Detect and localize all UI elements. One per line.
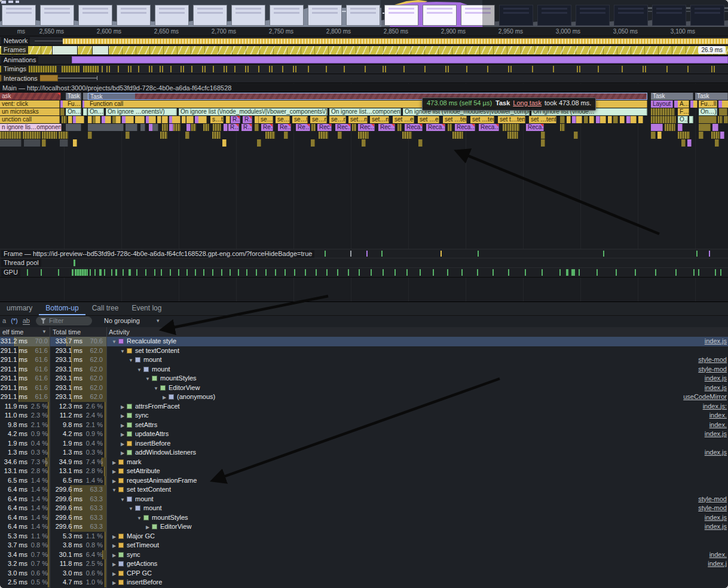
flame-bar[interactable] [88,124,124,131]
flame-bar[interactable]: On ignore …onents\/) [106,108,177,115]
source-link[interactable]: index.js [705,374,727,383]
flame-bar[interactable] [651,124,663,131]
expand-icon[interactable]: ▶ [111,551,118,560]
tooltip-long-task-link[interactable]: Long task [513,99,542,106]
flame-bar[interactable] [726,100,728,108]
flame-bar[interactable] [574,132,578,139]
source-link[interactable]: style-mod [698,355,727,365]
table-row[interactable]: 3.4 ms0.7 %30.1 ms6.4 %▶syncindex. [0,550,728,560]
source-link[interactable]: index.j [708,559,727,569]
expand-icon[interactable]: ▶ [111,467,118,477]
flame-bar[interactable] [507,132,518,139]
activity-name[interactable]: mountStyles [160,374,197,382]
table-row[interactable]: 6.5 ms1.4 %6.5 ms1.4 %▶requestAnimationF… [0,476,728,486]
flame-bar[interactable]: Reca…yle [479,124,499,131]
flame-bar[interactable]: On…) [699,108,717,115]
expand-icon[interactable]: ▶ [119,403,126,412]
table-row[interactable]: 5.3 ms1.1 %5.3 ms1.1 %▶Major GC [0,532,728,541]
activity-name[interactable]: mount [152,365,170,373]
table-row[interactable]: 11.9 ms2.5 %12.3 ms2.6 %▶attrsFromFaceti… [0,402,728,412]
table-row[interactable]: 1.9 ms0.4 %1.9 ms0.4 %▶insertBefore [0,439,728,449]
expand-icon[interactable]: ▶ [161,393,168,403]
collapse-icon[interactable]: ▼ [111,486,118,495]
flame-bar[interactable] [572,116,576,123]
flame-bar[interactable] [139,116,145,123]
source-link[interactable]: style-mod [698,365,727,374]
flame-bar[interactable]: Re..le [278,124,291,131]
filmstrip-thumbnail[interactable] [270,5,304,26]
flame-bar[interactable]: set …ent [393,116,414,123]
flame-bar[interactable] [657,132,662,139]
source-link[interactable]: index.js [705,337,727,346]
flame-bar[interactable]: un microtasks [0,108,60,115]
flame-bar[interactable] [126,132,130,139]
flame-bar[interactable] [678,124,683,131]
flame-bar[interactable] [503,124,507,131]
flame-bar[interactable] [689,116,693,123]
flame-bar[interactable]: Task [651,93,693,100]
flame-bar[interactable] [715,139,719,147]
expand-icon[interactable]: ▶ [111,458,118,468]
flame-bar[interactable]: On ignore list (\/node_modules\/|\/bower… [179,108,328,115]
flame-bar[interactable] [626,116,631,123]
activity-name[interactable]: requestAnimationFrame [127,477,197,484]
flame-bar[interactable] [88,116,92,123]
track-frames[interactable]: Frames 26.9 ms [0,45,728,56]
flame-bar[interactable] [185,132,189,139]
flame-bar[interactable] [265,132,275,139]
flame-bar[interactable] [186,116,194,123]
flame-bar[interactable] [319,132,328,139]
filter-input[interactable]: Filter [36,316,92,325]
expand-icon[interactable]: ▶ [119,440,126,449]
flame-bar[interactable] [255,124,259,131]
flame-bar[interactable]: R…e [228,124,239,131]
track-interactions[interactable]: Interactions [0,74,728,83]
activity-name[interactable]: attrsFromFacet [135,403,180,410]
table-row[interactable]: 34.6 ms7.3 %34.9 ms7.4 %▶mark [0,458,728,467]
source-link[interactable]: index.js [705,513,727,523]
filmstrip-thumbnail[interactable] [346,5,380,26]
flame-bar[interactable] [338,132,342,139]
flame-bar[interactable] [24,139,41,147]
flame-bar[interactable] [418,139,423,147]
flame-bar[interactable]: A… [678,100,689,108]
expand-icon[interactable]: ▶ [119,430,126,440]
source-link[interactable]: index.js [705,429,727,439]
activity-name[interactable]: Recalculate style [127,337,176,345]
flame-bar[interactable] [162,124,168,131]
table-row[interactable]: 291.1 ms61.6 %293.1 ms62.0 %▼mountstyle-… [0,365,728,374]
source-link[interactable]: index. [709,550,727,560]
flame-bar[interactable] [186,124,191,131]
table-row[interactable]: 6.4 ms1.4 %299.6 ms63.3 %▼mountstyle-mod [0,495,728,504]
table-row[interactable]: 1.3 ms0.3 %1.3 ms0.3 %▶addWindowListener… [0,448,728,458]
table-row[interactable]: 3.2 ms0.7 %11.8 ms2.5 %▶getActionsindex.… [0,559,728,569]
flame-bar[interactable] [352,124,356,131]
flame-bar[interactable]: Task [66,93,81,100]
activity-name[interactable]: mount [143,356,162,363]
activity-name[interactable]: mark [127,458,141,465]
filmstrip-thumbnail[interactable] [193,5,227,26]
flame-bar[interactable] [66,124,81,131]
flame-bar[interactable] [541,139,545,147]
column-divider[interactable] [106,327,107,588]
activity-name[interactable]: set textContent [135,347,179,354]
table-row[interactable]: 291.1 ms61.6 %293.1 ms62.0 %▼EditorViewi… [0,383,728,393]
flame-bar[interactable]: O… [678,116,688,123]
flame-bar[interactable] [589,116,594,123]
flame-bar[interactable]: R… [243,116,252,123]
timeline-overview[interactable] [0,0,728,27]
flame-bar[interactable]: R…e [241,124,252,131]
frame-segment-idle[interactable] [93,46,108,54]
sort-descending-icon[interactable]: ▼ [42,327,47,337]
flame-bar[interactable] [140,124,145,131]
tab-ummary[interactable]: ummary [0,302,39,314]
flame-bar[interactable]: set t…tent [498,116,525,123]
flame-bar[interactable] [169,124,173,131]
flame-bar[interactable] [116,116,121,123]
flame-bar[interactable] [596,116,600,123]
tab-event-log[interactable]: Event log [125,302,168,314]
collapse-icon[interactable]: ▼ [111,337,118,347]
collapse-icon[interactable]: ▼ [136,514,143,523]
flame-bar[interactable]: Rec…yle [378,124,395,131]
source-link[interactable]: index.js [705,522,727,532]
